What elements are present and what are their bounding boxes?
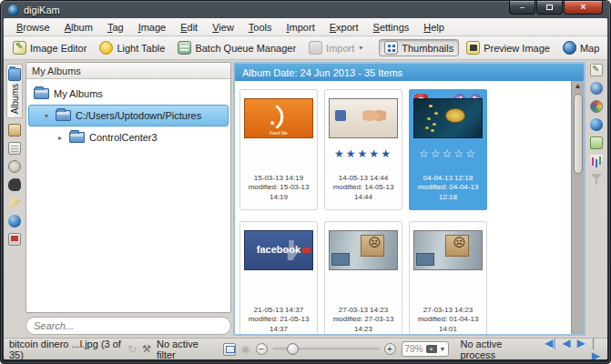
album-date-header: Album Date: 24 Jun 2013 - 35 Items xyxy=(235,64,584,81)
item-modified-date: modified: 15-03-13 14:19 xyxy=(240,183,317,203)
menu-bar: Browse Album Tag Image Edit View Tools I… xyxy=(4,18,607,36)
close-button[interactable]: × xyxy=(564,1,603,15)
tree-item-controlcenter3[interactable]: ▸ ControlCenter3 xyxy=(26,126,230,148)
thumbnail-image xyxy=(329,230,398,270)
album-tree: My Albums ▾ C:/Users/Uptodown/Pictures ▸… xyxy=(26,79,230,148)
menu-export[interactable]: Export xyxy=(322,20,366,35)
last-item-button[interactable]: |▶ xyxy=(592,337,600,360)
menu-view[interactable]: View xyxy=(205,20,241,35)
tree-item-my-albums[interactable]: My Albums xyxy=(26,83,230,105)
light-table-button[interactable]: Light Table xyxy=(94,39,170,56)
selection-status: bitcoin dinero ...l.jpg (3 of 35) xyxy=(9,339,122,360)
tab-search[interactable] xyxy=(8,178,21,191)
scrollbar-thumb[interactable] xyxy=(574,94,583,174)
thumbnail-item[interactable]: 27-03-13 14:23 modified: 01-04-13 14:01 xyxy=(409,221,487,336)
thumbnail-item[interactable]: ★★★★★ 14-05-13 14:44 modified: 14-05-13 … xyxy=(324,89,402,210)
zoom-in-button[interactable]: + xyxy=(384,343,396,355)
thumbnails-button[interactable]: Thumbnails xyxy=(379,39,459,56)
tab-map[interactable] xyxy=(8,215,21,228)
menu-help[interactable]: Help xyxy=(416,20,452,35)
tab-metadata-icon[interactable] xyxy=(590,82,603,95)
vertical-scrollbar[interactable]: ▲ ▲ ▼ xyxy=(571,81,584,336)
light-table-label: Light Table xyxy=(117,43,165,54)
next-item-button[interactable]: ▶ xyxy=(577,337,586,360)
album-search-box[interactable] xyxy=(25,317,231,335)
menu-album[interactable]: Album xyxy=(57,20,100,35)
tab-colors-icon[interactable] xyxy=(590,100,603,113)
scroll-up-icon[interactable]: ▲ xyxy=(575,81,582,92)
item-modified-date: modified: 14-05-13 14:44 xyxy=(325,183,402,203)
rating-stars[interactable]: ☆☆☆☆☆ xyxy=(410,147,486,160)
folder-icon xyxy=(56,110,71,121)
menu-import[interactable]: Import xyxy=(280,20,322,35)
title-bar[interactable]: digiKam – × xyxy=(1,1,610,18)
item-dates: 27-03-13 14:23 modified: 01-04-13 14:01 xyxy=(410,306,486,335)
maximize-button[interactable] xyxy=(536,1,563,15)
left-sidebar-tabs: Albums xyxy=(5,62,24,336)
item-dates: 14-05-13 14:44 modified: 14-05-13 14:44 xyxy=(325,174,402,203)
search-input[interactable] xyxy=(34,320,223,331)
zoom-slider[interactable] xyxy=(272,348,380,351)
thumbnail-item[interactable]: Feed Me 15-03-13 14:19 modified: 15-03-1… xyxy=(239,89,318,210)
expander-right-icon[interactable]: ▸ xyxy=(56,134,65,142)
chevron-down-icon: ▾ xyxy=(359,44,362,52)
previous-item-button[interactable]: ◀ xyxy=(562,337,570,360)
menu-edit[interactable]: Edit xyxy=(173,20,205,35)
chevron-down-icon: ▼ xyxy=(440,346,446,352)
zoom-slider-handle[interactable] xyxy=(287,343,299,355)
thumbnails-icon xyxy=(384,41,398,55)
tab-dates[interactable] xyxy=(8,142,21,155)
tab-fuzzy-search[interactable] xyxy=(8,197,21,209)
refresh-icon[interactable]: ↻ xyxy=(127,343,137,356)
tab-properties-icon[interactable] xyxy=(590,64,603,76)
menu-tag[interactable]: Tag xyxy=(100,20,131,35)
first-item-button[interactable]: ◀| xyxy=(545,337,555,360)
digikam-logo-icon xyxy=(8,5,19,15)
process-status: No active process xyxy=(460,339,529,360)
scrollbar-track[interactable] xyxy=(574,92,583,336)
image-caption: Feed Me xyxy=(245,130,312,136)
minimize-button[interactable]: – xyxy=(509,1,535,15)
tab-albums-label: Albums xyxy=(10,84,20,114)
zoom-out-button[interactable]: − xyxy=(256,343,268,355)
albums-icon xyxy=(8,68,21,81)
menu-image[interactable]: Image xyxy=(131,20,174,35)
map-icon xyxy=(563,41,576,55)
tab-tags[interactable] xyxy=(8,124,21,136)
thumbnail-item-selected[interactable]: – ↺ ↻ ☆☆☆☆☆ 04-04-13 12:18 modified: 04-… xyxy=(409,89,487,210)
clear-icon[interactable]: × xyxy=(426,345,437,353)
batch-queue-manager-button[interactable]: Batch Queue Manager xyxy=(172,39,301,56)
tab-captions-icon[interactable] xyxy=(590,136,603,149)
tree-item-pictures[interactable]: ▾ C:/Users/Uptodown/Pictures xyxy=(28,105,229,126)
tab-albums[interactable]: Albums xyxy=(6,64,23,118)
filter-settings-icon[interactable]: ⚒ xyxy=(142,343,151,356)
zoom-100-icon[interactable]: ◉ xyxy=(241,343,250,356)
thumbnail-item[interactable]: facebook 21-05-13 14:37 modified: 21-05-… xyxy=(239,221,318,336)
rating-stars[interactable]: ★★★★★ xyxy=(325,147,402,160)
item-date: 15-03-13 14:19 xyxy=(240,174,317,184)
tab-geolocation-icon[interactable] xyxy=(590,118,603,131)
image-editor-label: Image Editor xyxy=(30,43,87,54)
maximize-icon xyxy=(546,5,553,10)
menu-browse[interactable]: Browse xyxy=(9,20,57,35)
tab-filters-icon[interactable] xyxy=(590,173,603,186)
zoom-fit-icon[interactable] xyxy=(223,343,236,356)
map-label: Map xyxy=(580,43,599,54)
albums-panel-header: My Albums xyxy=(26,63,230,79)
tab-versions-icon[interactable] xyxy=(590,155,603,167)
thumbnail-item[interactable]: 27-03-13 14:23 modified: 27-03-13 14:23 xyxy=(324,221,402,336)
menu-settings[interactable]: Settings xyxy=(366,20,417,35)
tree-item-label: C:/Users/Uptodown/Pictures xyxy=(76,110,201,121)
thumbnails-label: Thumbnails xyxy=(402,43,453,54)
import-button[interactable]: Import ▾ xyxy=(303,39,368,56)
item-modified-date: modified: 27-03-13 14:23 xyxy=(325,315,402,335)
tab-people[interactable] xyxy=(8,233,21,246)
filter-status: No active filter xyxy=(157,339,212,360)
image-editor-button[interactable]: Image Editor xyxy=(7,39,92,56)
expander-down-icon[interactable]: ▾ xyxy=(42,112,51,120)
tab-timeline[interactable] xyxy=(8,160,21,173)
menu-tools[interactable]: Tools xyxy=(241,20,280,35)
map-button[interactable]: Map xyxy=(557,39,605,56)
preview-image-button[interactable]: Preview Image xyxy=(461,39,555,56)
zoom-percent-combo[interactable]: 79% × ▼ xyxy=(402,341,450,357)
